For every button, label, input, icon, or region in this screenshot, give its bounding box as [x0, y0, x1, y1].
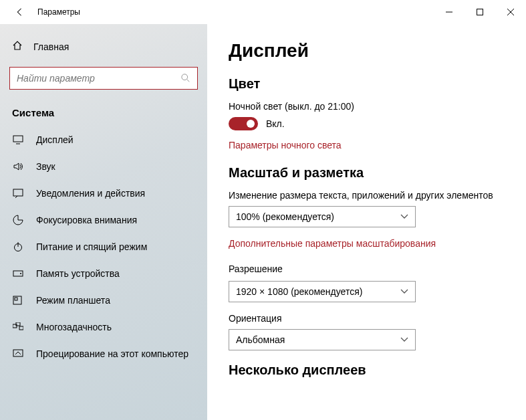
search-box[interactable]	[9, 67, 198, 90]
nav-sound[interactable]: Звук	[0, 153, 207, 180]
maximize-button[interactable]	[465, 1, 495, 23]
home-icon	[12, 40, 23, 54]
nav-power[interactable]: Питание и спящий режим	[0, 233, 207, 260]
sidebar-heading: Система	[0, 102, 207, 126]
titlebar: Параметры	[0, 0, 526, 24]
orientation-dropdown[interactable]: Альбомная	[229, 329, 416, 350]
scale-heading: Масштаб и разметка	[229, 165, 505, 181]
svg-line-5	[187, 80, 190, 82]
home-label: Главная	[33, 41, 69, 52]
nav-label: Дисплей	[36, 134, 74, 145]
arrow-left-icon	[15, 7, 24, 17]
toggle-state-label: Вкл.	[266, 118, 285, 129]
multitask-icon	[12, 322, 24, 332]
nav-label: Питание и спящий режим	[36, 241, 147, 252]
maximize-icon	[477, 9, 483, 15]
content-area: Дисплей Цвет Ночной свет (выкл. до 21:00…	[207, 24, 526, 420]
projecting-icon	[12, 349, 24, 358]
svg-rect-17	[19, 326, 23, 330]
nav-notifications[interactable]: Уведомления и действия	[0, 180, 207, 207]
multi-display-heading: Несколько дисплеев	[229, 362, 505, 378]
scale-value: 100% (рекомендуется)	[236, 211, 334, 222]
orientation-label: Ориентация	[229, 313, 505, 324]
resolution-value: 1920 × 1080 (рекомендуется)	[236, 286, 362, 297]
sound-icon	[12, 162, 24, 171]
close-button[interactable]	[495, 1, 526, 23]
svg-point-12	[20, 273, 21, 274]
back-button[interactable]	[9, 2, 29, 22]
nav-label: Память устройства	[36, 268, 120, 279]
minimize-icon	[446, 9, 452, 15]
resolution-label: Разрешение	[229, 264, 505, 274]
svg-rect-8	[13, 189, 23, 196]
display-icon	[12, 135, 24, 144]
nav-label: Многозадачность	[36, 322, 112, 332]
resolution-dropdown[interactable]: 1920 × 1080 (рекомендуется)	[229, 281, 416, 302]
scale-label: Изменение размера текста, приложений и д…	[229, 190, 505, 201]
chevron-down-icon	[400, 337, 408, 342]
color-heading: Цвет	[229, 76, 505, 92]
search-input[interactable]	[17, 73, 181, 84]
focus-icon	[12, 215, 24, 225]
nav-multitask[interactable]: Многозадачность	[0, 314, 207, 340]
chevron-down-icon	[400, 289, 408, 294]
nav-label: Уведомления и действия	[36, 188, 145, 199]
page-title: Дисплей	[229, 40, 505, 62]
svg-rect-18	[13, 350, 23, 356]
close-icon	[507, 9, 514, 15]
orientation-value: Альбомная	[236, 334, 285, 345]
advanced-scale-link[interactable]: Дополнительные параметры масштабирования	[229, 238, 505, 249]
storage-icon	[12, 269, 24, 278]
minimize-button[interactable]	[434, 1, 465, 23]
svg-rect-14	[15, 298, 17, 300]
night-light-toggle[interactable]	[229, 117, 258, 130]
nav-label: Режим планшета	[36, 295, 110, 306]
night-light-settings-link[interactable]: Параметры ночного света	[229, 140, 505, 150]
svg-point-4	[182, 74, 188, 80]
search-icon	[181, 74, 190, 83]
nav-label: Звук	[36, 161, 55, 172]
sidebar: Главная Система Дисплей Звук Уведомления…	[0, 24, 207, 420]
toggle-knob	[247, 120, 255, 128]
nav-label: Фокусировка внимания	[36, 215, 137, 225]
tablet-icon	[12, 296, 24, 305]
power-icon	[12, 241, 24, 252]
night-light-label: Ночной свет (выкл. до 21:00)	[229, 101, 505, 112]
window-controls	[434, 1, 526, 23]
home-nav[interactable]: Главная	[0, 33, 207, 60]
nav-focus[interactable]: Фокусировка внимания	[0, 207, 207, 233]
svg-rect-1	[477, 9, 483, 15]
nav-projecting[interactable]: Проецирование на этот компьютер	[0, 340, 207, 367]
nav-storage[interactable]: Память устройства	[0, 260, 207, 287]
nav-tablet[interactable]: Режим планшета	[0, 287, 207, 314]
scale-dropdown[interactable]: 100% (рекомендуется)	[229, 206, 416, 227]
window-title: Параметры	[37, 7, 80, 17]
chevron-down-icon	[400, 214, 408, 219]
svg-rect-6	[13, 136, 23, 142]
notifications-icon	[12, 189, 24, 198]
nav-label: Проецирование на этот компьютер	[36, 348, 188, 359]
nav-display[interactable]: Дисплей	[0, 126, 207, 153]
